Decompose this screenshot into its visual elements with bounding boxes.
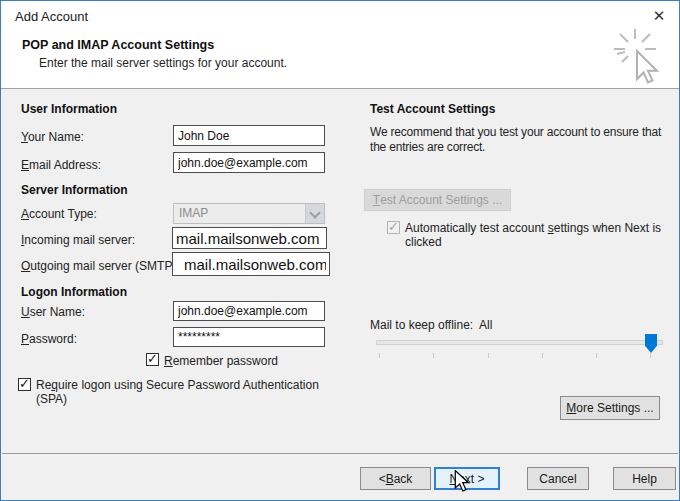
help-button[interactable]: Help [613, 467, 676, 490]
test-account-description: We recommend that you test your account … [370, 125, 678, 156]
user-name-label: User Name: [21, 305, 85, 319]
your-name-input[interactable] [173, 125, 325, 146]
password-input[interactable] [173, 327, 325, 347]
slider-tick [596, 353, 597, 358]
account-type-label: Account Type: [21, 207, 97, 221]
slider-tick [542, 353, 543, 358]
close-button[interactable]: ✕ [647, 5, 671, 27]
window-title: Add Account [15, 9, 88, 24]
outgoing-mail-server-label: Outgoing mail server (SMTP): [21, 259, 180, 273]
section-heading-server-information: Server Information [21, 183, 128, 197]
slider-tick [379, 353, 380, 358]
slider-tick [488, 353, 489, 358]
incoming-mail-server-input[interactable] [172, 227, 327, 249]
section-heading-user-information: User Information [21, 102, 117, 116]
account-type-value: IMAP [174, 204, 305, 223]
auto-test-label: Automatically test account settings when… [405, 221, 673, 249]
user-name-input[interactable] [173, 301, 325, 321]
check-icon: ✓ [388, 221, 399, 233]
slider-tick [433, 353, 434, 358]
spa-label[interactable]: Require logon using Secure Password Auth… [36, 378, 338, 406]
mouse-cursor [453, 470, 471, 492]
wizard-page-subtitle: Enter the mail server settings for your … [39, 56, 287, 70]
section-heading-logon-information: Logon Information [21, 285, 127, 299]
cancel-button[interactable]: Cancel [527, 467, 589, 490]
wizard-header: Add Account ✕ POP and IMAP Account Setti… [1, 1, 679, 89]
your-name-label: Your Name: [21, 130, 84, 144]
remember-password-label[interactable]: Remember password [164, 354, 278, 368]
test-account-settings-button: Test Account Settings ... [364, 189, 511, 211]
close-icon: ✕ [653, 7, 666, 24]
check-icon: ✓ [147, 353, 158, 365]
outgoing-mail-server-input[interactable] [172, 252, 330, 276]
section-heading-test-account-settings: Test Account Settings [370, 102, 495, 116]
remember-password-checkbox[interactable]: ✓ [146, 353, 159, 366]
wizard-page-title: POP and IMAP Account Settings [22, 38, 214, 52]
offline-slider-track[interactable] [376, 340, 663, 345]
busy-cursor-graphic [609, 26, 671, 86]
spa-checkbox[interactable]: ✓ [18, 378, 31, 391]
check-icon: ✓ [19, 378, 30, 390]
slider-tick [650, 353, 651, 358]
mail-to-keep-offline-value: All [479, 318, 492, 332]
more-settings-button[interactable]: More Settings ... [560, 396, 660, 420]
incoming-mail-server-label: Incoming mail server: [21, 233, 135, 247]
account-type-select: IMAP [173, 203, 325, 224]
offline-slider-thumb[interactable] [645, 334, 657, 353]
mail-to-keep-offline-label: Mail to keep offline: [370, 318, 473, 332]
footer-separator [2, 453, 678, 454]
chevron-down-icon [305, 204, 324, 223]
email-address-label: Email Address: [21, 158, 101, 172]
auto-test-checkbox: ✓ [387, 221, 400, 234]
password-label: Password: [21, 332, 77, 346]
back-button[interactable]: < Back [360, 467, 431, 490]
add-account-dialog: Add Account ✕ POP and IMAP Account Setti… [0, 0, 680, 501]
email-address-input[interactable] [173, 152, 325, 173]
